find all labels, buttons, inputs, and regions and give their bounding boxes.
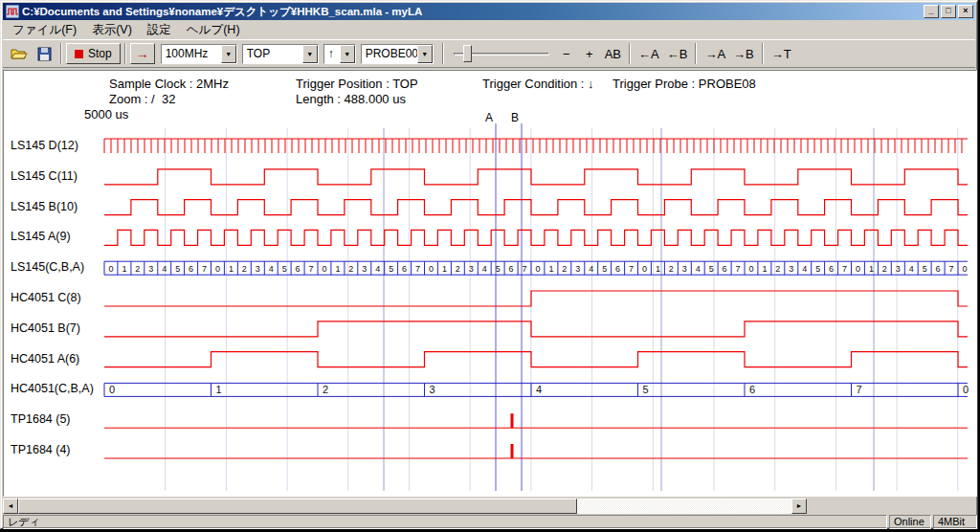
bus-value: 5	[643, 384, 649, 395]
bus-value: 3	[362, 264, 367, 274]
zoom-ab-button[interactable]: AB	[601, 43, 625, 64]
chevron-down-icon[interactable]: ▼	[302, 45, 318, 63]
toolbar-separator	[695, 43, 697, 64]
bus-value: 0	[962, 264, 967, 274]
trigger-probe-select[interactable]: PROBE00 ▼	[361, 44, 434, 64]
menu-settings[interactable]: 設定	[140, 20, 179, 40]
app-window: C:¥Documents and Settings¥noname¥デスクトップ¥…	[0, 0, 978, 529]
zoom-slider[interactable]	[452, 42, 551, 65]
chevron-down-icon[interactable]: ▼	[417, 45, 433, 63]
goto-a-right-button[interactable]: →A	[701, 43, 729, 64]
menu-help[interactable]: ヘルプ(H)	[179, 20, 248, 40]
bus-value: 5	[602, 264, 607, 274]
bus-value: 2	[242, 264, 247, 274]
sample-clock-select[interactable]: 100MHz ▼	[161, 44, 237, 64]
bus-value: 7	[629, 264, 634, 274]
bus-value: 5	[282, 264, 287, 274]
waveform-pulse	[511, 413, 514, 428]
toolbar-separator	[442, 43, 444, 64]
bus-value: 3	[789, 264, 793, 274]
trigger-position-value: TOP	[243, 45, 302, 63]
slider-handle[interactable]	[463, 45, 472, 62]
bus-value: 7	[308, 264, 313, 274]
bus-value: 3	[896, 264, 901, 274]
run-arrow-icon: →	[136, 46, 149, 61]
save-button[interactable]	[32, 42, 56, 65]
bus-value: 6	[296, 264, 301, 274]
goto-a-left-button[interactable]: ←A	[635, 43, 663, 64]
goto-b-left-button[interactable]: ←B	[663, 43, 692, 64]
bus-value: 4	[536, 384, 542, 395]
toolbar-separator	[629, 43, 631, 64]
bus-value: 0	[322, 264, 326, 274]
menu-view[interactable]: 表示(V)	[84, 20, 140, 40]
bus-value: 6	[615, 264, 620, 274]
bus-value: 2	[882, 264, 887, 274]
bus-value: 2	[669, 264, 674, 274]
scroll-left-arrow[interactable]: ◄	[3, 499, 18, 514]
bus-value: 6	[749, 384, 755, 395]
waveform-ticks	[104, 139, 968, 153]
goto-trigger-button[interactable]: →T	[768, 43, 795, 64]
horizontal-scrollbar[interactable]: ◄ ►	[3, 499, 807, 514]
waveform-square	[104, 169, 968, 185]
bus-value: 7	[735, 264, 740, 274]
app-icon	[6, 5, 19, 18]
waveform-area[interactable]: Sample Clock : 2MHz Trigger Position : T…	[3, 70, 977, 497]
scrollbar-thumb[interactable]	[18, 499, 577, 514]
bus-value: 3	[469, 264, 474, 274]
toolbar-separator	[124, 43, 126, 64]
bus-value: 1	[762, 264, 767, 274]
status-ready: レディ	[3, 515, 887, 529]
bus-value: 4	[696, 264, 701, 274]
floppy-icon	[37, 47, 52, 61]
bus-value: 5	[496, 264, 501, 274]
bus-value: 4	[802, 264, 807, 274]
toolbar-separator	[60, 43, 62, 64]
chevron-down-icon[interactable]: ▼	[340, 45, 355, 63]
stop-button[interactable]: Stop	[66, 43, 121, 64]
run-button[interactable]: →	[130, 43, 155, 64]
bus-value: 1	[869, 264, 874, 274]
trigger-position-select[interactable]: TOP ▼	[242, 44, 319, 64]
bus-value: 6	[509, 264, 514, 274]
bus-value: 1	[335, 264, 340, 274]
minimize-button[interactable]: _	[924, 5, 939, 18]
bus-value: 1	[229, 264, 234, 274]
waveform-square	[104, 352, 968, 367]
maximize-button[interactable]: □	[941, 5, 956, 18]
bus-value: 4	[162, 264, 167, 274]
waveform-square	[104, 291, 968, 306]
scroll-right-arrow[interactable]: ►	[791, 499, 807, 514]
waveform-plot[interactable]: AB01234567012345670123456701234567012345…	[3, 70, 977, 497]
bus-value: 6	[402, 264, 407, 274]
open-button[interactable]	[7, 42, 32, 65]
bus-value: 0	[109, 384, 115, 395]
goto-b-right-button[interactable]: →B	[729, 43, 758, 64]
zoom-out-button[interactable]: −	[555, 43, 578, 64]
bus-value: 0	[748, 264, 753, 274]
title-bar[interactable]: C:¥Documents and Settings¥noname¥デスクトップ¥…	[3, 3, 975, 20]
toolbar: Stop → 100MHz ▼ TOP ▼ ↑ ▼ PROBE00 ▼ − +	[3, 39, 975, 68]
bus-value: 2	[135, 264, 140, 274]
bus-value: 0	[642, 264, 647, 274]
bus-value: 0	[535, 264, 540, 274]
marker-label-b: B	[511, 111, 519, 124]
status-memory: 4MBit	[933, 515, 977, 529]
zoom-in-button[interactable]: +	[578, 43, 601, 64]
bus-value: 0	[429, 264, 434, 274]
close-button[interactable]: ×	[958, 5, 973, 18]
bus-value: 6	[189, 264, 193, 274]
sample-clock-value: 100MHz	[162, 45, 221, 63]
bus-value: 7	[857, 384, 862, 395]
bus-value: 2	[456, 264, 460, 274]
trigger-edge-select[interactable]: ↑ ▼	[323, 44, 356, 64]
chevron-down-icon[interactable]: ▼	[221, 45, 236, 63]
bus-value: 5	[923, 264, 927, 274]
bus-value: 4	[269, 264, 274, 274]
menu-bar: ファイル(F) 表示(V) 設定 ヘルプ(H)	[3, 20, 975, 39]
menu-file[interactable]: ファイル(F)	[5, 20, 84, 40]
bus-value: 7	[948, 264, 953, 274]
bus-value: 0	[856, 264, 860, 274]
bus-value: 6	[936, 264, 941, 274]
